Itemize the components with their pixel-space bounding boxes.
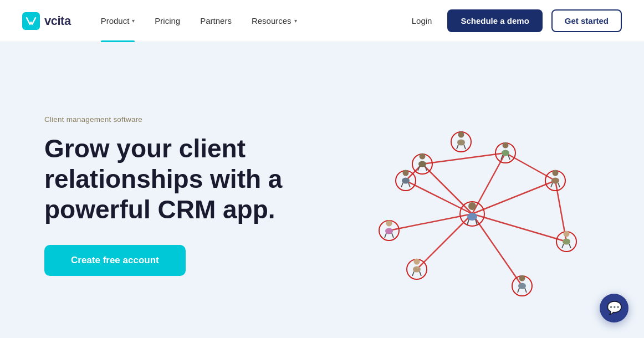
svg-point-32 bbox=[418, 161, 426, 167]
chat-widget[interactable]: 💬 bbox=[600, 294, 628, 322]
svg-point-55 bbox=[414, 259, 420, 265]
hero-title: Grow your client relationships with a po… bbox=[44, 134, 310, 226]
svg-point-48 bbox=[563, 239, 570, 245]
person-bottom-left bbox=[412, 259, 421, 276]
svg-point-43 bbox=[553, 170, 559, 176]
person-upper-left-2 bbox=[401, 170, 410, 188]
vcita-logo-icon bbox=[22, 12, 40, 30]
nav-item-resources[interactable]: Resources ▾ bbox=[242, 0, 307, 42]
svg-line-3 bbox=[472, 181, 555, 214]
nav-item-partners[interactable]: Partners bbox=[190, 0, 242, 42]
svg-point-27 bbox=[458, 132, 464, 138]
svg-line-53 bbox=[518, 288, 519, 293]
person-bottom-right bbox=[518, 275, 527, 293]
svg-line-54 bbox=[525, 288, 527, 293]
person-top-right bbox=[501, 142, 510, 160]
svg-line-25 bbox=[467, 219, 469, 225]
svg-line-4 bbox=[472, 214, 566, 242]
svg-point-47 bbox=[564, 231, 570, 237]
svg-line-62 bbox=[408, 183, 410, 187]
person-top-left bbox=[418, 153, 427, 171]
svg-line-49 bbox=[562, 244, 564, 248]
svg-rect-0 bbox=[22, 12, 40, 30]
person-left bbox=[385, 221, 393, 238]
navbar: vcita Product ▾ Pricing Partners Resourc… bbox=[0, 0, 644, 42]
chat-icon: 💬 bbox=[607, 302, 622, 314]
svg-line-61 bbox=[401, 183, 403, 187]
svg-point-35 bbox=[386, 221, 392, 227]
svg-line-37 bbox=[385, 233, 386, 238]
svg-line-9 bbox=[422, 153, 505, 164]
svg-point-40 bbox=[502, 150, 509, 156]
schedule-demo-button[interactable]: Schedule a demo bbox=[447, 9, 542, 32]
svg-point-36 bbox=[385, 228, 393, 234]
svg-point-31 bbox=[420, 153, 426, 160]
person-top bbox=[457, 132, 466, 150]
svg-point-56 bbox=[413, 267, 421, 273]
svg-point-44 bbox=[551, 178, 559, 184]
svg-line-50 bbox=[569, 244, 571, 248]
nav-links: Product ▾ Pricing Partners Resources ▾ bbox=[91, 0, 405, 42]
nav-right: Login Schedule a demo Get started bbox=[405, 9, 622, 32]
svg-point-23 bbox=[468, 202, 476, 210]
hero-image bbox=[334, 64, 611, 319]
svg-point-52 bbox=[518, 283, 526, 289]
svg-point-39 bbox=[503, 142, 509, 148]
create-account-button[interactable]: Create free account bbox=[44, 245, 186, 276]
svg-line-30 bbox=[464, 145, 466, 149]
hero-content: Client management software Grow your cli… bbox=[44, 115, 333, 276]
svg-line-57 bbox=[412, 272, 414, 276]
svg-point-59 bbox=[403, 170, 409, 176]
person-far-right bbox=[562, 231, 571, 249]
svg-point-28 bbox=[457, 140, 465, 146]
svg-line-38 bbox=[392, 233, 393, 238]
svg-line-45 bbox=[551, 183, 553, 187]
svg-line-5 bbox=[472, 214, 522, 286]
hero-section: Client management software Grow your cli… bbox=[0, 42, 644, 338]
svg-line-8 bbox=[406, 181, 472, 214]
svg-line-1 bbox=[422, 164, 472, 214]
svg-line-10 bbox=[505, 153, 555, 181]
nav-item-pricing[interactable]: Pricing bbox=[145, 0, 190, 42]
nav-item-product[interactable]: Product ▾ bbox=[91, 0, 145, 42]
svg-line-46 bbox=[558, 183, 560, 187]
svg-point-51 bbox=[519, 275, 525, 281]
svg-point-24 bbox=[467, 213, 477, 221]
product-chevron-icon: ▾ bbox=[132, 18, 135, 24]
svg-line-58 bbox=[420, 272, 421, 276]
logo-link[interactable]: vcita bbox=[22, 12, 71, 30]
logo-text: vcita bbox=[44, 14, 71, 28]
svg-line-29 bbox=[457, 145, 458, 149]
hero-subtitle: Client management software bbox=[44, 115, 333, 124]
person-center bbox=[467, 202, 477, 225]
network-visualization bbox=[334, 64, 611, 319]
login-button[interactable]: Login bbox=[405, 12, 439, 30]
resources-chevron-icon: ▾ bbox=[294, 18, 297, 24]
get-started-button[interactable]: Get started bbox=[551, 9, 622, 32]
svg-point-60 bbox=[402, 178, 410, 184]
